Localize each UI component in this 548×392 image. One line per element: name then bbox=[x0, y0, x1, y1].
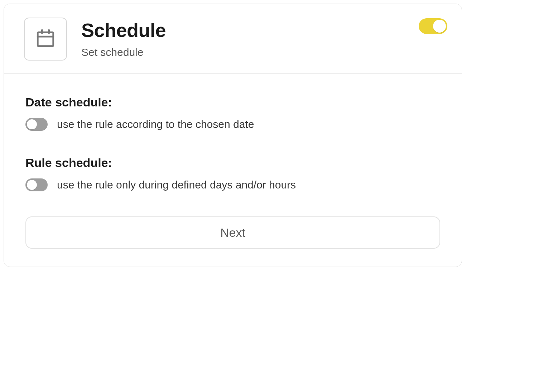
calendar-icon bbox=[35, 28, 56, 50]
rule-schedule-option: use the rule only during defined days an… bbox=[25, 178, 440, 191]
calendar-icon-box bbox=[24, 18, 67, 61]
date-schedule-title: Date schedule: bbox=[25, 95, 440, 109]
page-subtitle: Set schedule bbox=[81, 46, 447, 58]
date-schedule-toggle[interactable] bbox=[25, 118, 48, 131]
date-schedule-option: use the rule according to the chosen dat… bbox=[25, 118, 440, 131]
rule-schedule-section: Rule schedule: use the rule only during … bbox=[25, 156, 440, 191]
date-schedule-label: use the rule according to the chosen dat… bbox=[57, 118, 254, 130]
rule-schedule-toggle[interactable] bbox=[25, 178, 48, 191]
next-button-label: Next bbox=[220, 226, 245, 240]
header-text: Schedule Set schedule bbox=[81, 20, 447, 58]
schedule-card: Schedule Set schedule Date schedule: use… bbox=[4, 4, 462, 267]
card-header: Schedule Set schedule bbox=[4, 4, 462, 74]
card-body: Date schedule: use the rule according to… bbox=[4, 74, 462, 267]
date-schedule-section: Date schedule: use the rule according to… bbox=[25, 95, 440, 131]
rule-schedule-label: use the rule only during defined days an… bbox=[57, 179, 296, 191]
rule-schedule-title: Rule schedule: bbox=[25, 156, 440, 170]
schedule-enable-toggle[interactable] bbox=[419, 18, 447, 34]
next-button[interactable]: Next bbox=[25, 216, 440, 249]
page-title: Schedule bbox=[81, 20, 447, 41]
svg-rect-0 bbox=[38, 32, 53, 46]
